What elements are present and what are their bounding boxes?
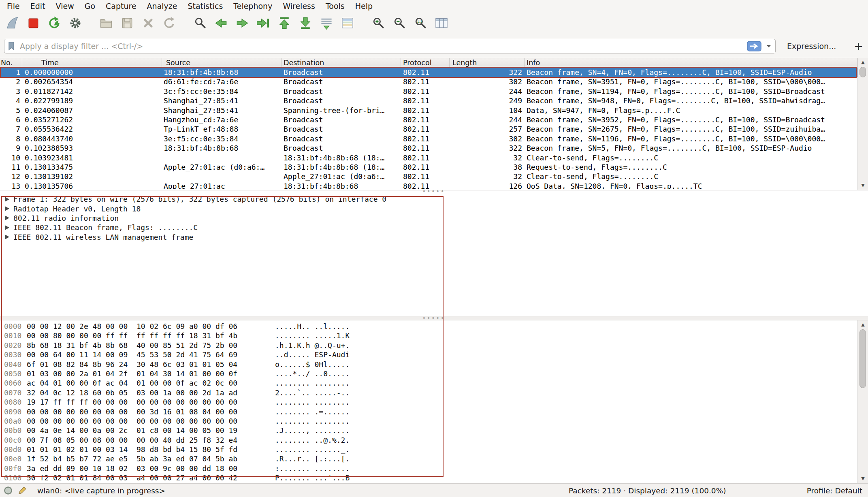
menu-edit[interactable]: Edit [25,1,51,11]
packet-row[interactable]: 40.022799189Shanghai_27:85:41Broadcast80… [0,96,857,105]
packet-list-header: No.TimeSourceDestinationProtocolLengthIn… [0,58,857,68]
packet-row[interactable]: 120.130139102Apple_27:01:ac (d0:a6:…802.… [0,172,857,181]
detail-line[interactable]: IEEE 802.11 wireless LAN management fram… [4,233,868,242]
scrollbar-thumb[interactable] [859,329,866,388]
column-header-protocol[interactable]: Protocol [401,58,450,67]
filter-apply-icon[interactable] [747,41,761,51]
detail-line[interactable]: IEEE 802.11 Beacon frame, Flags: .......… [4,223,868,232]
hex-row[interactable]: 00a000 00 00 00 00 00 00 00 00 00 00 00 … [0,416,868,426]
display-filter-input[interactable] [19,41,744,51]
scrollbar-thumb[interactable] [859,67,866,77]
pane-splitter-handle[interactable]: ••••• [418,316,450,320]
menu-view[interactable]: View [51,1,79,11]
profile-text[interactable]: Profile: Default [807,486,862,495]
hex-row[interactable]: 000000 00 12 00 2e 48 00 00 10 02 6c 09 … [0,322,868,331]
hex-row[interactable]: 00406f 01 08 82 84 8b 96 24 30 48 6c 03 … [0,360,868,369]
packet-row[interactable]: 90.10238859318:31:bf:4b:8b:68Broadcast80… [0,143,857,153]
hex-row[interactable]: 00e01f 52 b4 b5 b7 72 ae e5 5b ab 3a ed … [0,454,868,463]
menu-wireless[interactable]: Wireless [277,1,320,11]
expander-icon[interactable] [5,206,9,211]
zoom-in-button[interactable] [368,14,389,32]
packet-row[interactable]: 100.10392348118:31:bf:4b:8b:68 (18:…802.… [0,153,857,162]
menu-go[interactable]: Go [79,1,100,11]
menu-file[interactable]: File [2,1,25,11]
scroll-up-icon[interactable]: ▲ [858,321,868,328]
expander-icon[interactable] [5,235,9,239]
hex-pane-scrollbar[interactable]: ▲ ▼ [857,320,868,483]
capture-comment-icon[interactable] [17,485,28,496]
add-filter-button[interactable]: + [854,41,863,51]
packet-row[interactable]: 60.035271262Hangzhou_cd:7a:6eBroadcast80… [0,115,857,124]
menu-telephony[interactable]: Telephony [228,1,277,11]
hex-row[interactable]: 00b000 4a 0e 14 00 0a 00 2c 01 c8 00 14 … [0,426,868,435]
detail-line[interactable]: 802.11 radio information [4,213,868,223]
display-filter-box[interactable] [4,39,776,53]
zoom-original-button[interactable]: 1:1 [410,14,431,32]
hex-row[interactable]: 00208b 68 18 31 bf 4b 8b 68 40 00 85 51 … [0,341,868,350]
file-save-button[interactable] [117,14,138,32]
hex-row[interactable]: 001000 00 80 00 00 00 ff ff ff ff ff ff … [0,331,868,340]
find-packet-button[interactable] [190,14,211,32]
go-forward-button[interactable] [232,14,253,32]
packet-row[interactable]: 10.00000000018:31:bf:4b:8b:68Broadcast80… [0,68,857,77]
capture-start-button[interactable] [2,14,23,32]
resize-columns-button[interactable] [431,14,452,32]
go-first-button[interactable] [274,14,295,32]
filter-bookmark-icon[interactable] [8,41,15,51]
hex-row[interactable]: 00d001 01 01 02 01 00 03 14 98 d8 bd b4 … [0,445,868,454]
hex-row[interactable]: 003000 00 64 00 11 14 00 09 45 53 50 2d … [0,350,868,359]
menu-analyze[interactable]: Analyze [142,1,183,11]
expression-button[interactable]: Expression... [787,42,836,51]
hex-row[interactable]: 010050 f2 02 01 01 84 00 03 a4 00 00 27 … [0,473,868,482]
packet-row[interactable]: 50.024060087Shanghai_27:85:41Spanning-tr… [0,106,857,115]
capture-stop-button[interactable] [23,14,44,32]
detail-line[interactable]: Radiotap Header v0, Length 18 [4,204,868,213]
column-header-time[interactable]: Time [22,58,162,67]
hex-row[interactable]: 007032 04 0c 12 18 60 0b 05 03 00 1a 00 … [0,388,868,397]
packet-row[interactable]: 80.0804437403e:f5:cc:0e:35:84Broadcast80… [0,134,857,143]
auto-scroll-button[interactable] [316,14,337,32]
expander-icon[interactable] [5,225,9,230]
menu-help[interactable]: Help [350,1,378,11]
go-last-button[interactable] [295,14,316,32]
file-open-button[interactable] [96,14,117,32]
packet-row[interactable]: 110.130133475Apple_27:01:ac (d0:a6:…18:3… [0,162,857,172]
scroll-down-icon[interactable]: ▼ [858,475,868,482]
go-to-packet-button[interactable] [253,14,274,32]
hex-row[interactable]: 005001 03 00 00 2a 01 04 2f 01 04 30 14 … [0,369,868,378]
column-header-source[interactable]: Source [162,58,282,67]
expander-icon[interactable] [5,215,9,220]
file-close-button[interactable] [138,14,159,32]
menu-tools[interactable]: Tools [320,1,350,11]
hex-row[interactable]: 0060ac 04 01 00 00 0f ac 04 01 00 00 0f … [0,378,868,388]
column-header-length[interactable]: Length [450,58,525,67]
column-header-destination[interactable]: Destination [282,58,401,67]
scroll-up-icon[interactable]: ▲ [858,59,868,66]
scroll-down-icon[interactable]: ▼ [858,182,868,189]
capture-restart-button[interactable] [44,14,65,32]
expander-icon[interactable] [5,197,9,202]
capture-options-button[interactable] [65,14,86,32]
column-header-info[interactable]: Info [525,58,857,67]
menu-capture[interactable]: Capture [100,1,142,11]
go-back-button[interactable] [211,14,232,32]
column-header-no[interactable]: No. [0,58,22,67]
colorize-button[interactable] [337,14,358,32]
expert-info-icon[interactable] [3,486,13,495]
pane-splitter-handle[interactable]: ••••• [418,189,450,193]
hex-row[interactable]: 00f03a ed dd 09 00 10 18 02 03 00 9c 00 … [0,464,868,473]
reload-button[interactable] [159,14,180,32]
menu-statistics[interactable]: Statistics [182,1,228,11]
packet-list-scrollbar[interactable]: ▲ ▼ [857,58,868,190]
packet-row[interactable]: 30.0118271423c:f5:cc:0e:35:84Broadcast80… [0,87,857,96]
detail-line[interactable]: Frame 1: 322 bytes on wire (2576 bits), … [4,194,868,204]
hex-row[interactable]: 008019 17 ff ff ff 00 00 00 00 00 00 00 … [0,397,868,407]
zoom-out-button[interactable] [389,14,410,32]
filter-dropdown-caret-icon[interactable] [766,44,772,49]
packet-row[interactable]: 20.002654354d6:61:fe:cd:7a:6eBroadcast80… [0,77,857,86]
packet-row[interactable]: 70.055536422Tp-LinkT_ef:48:88Broadcast80… [0,124,857,134]
hex-row[interactable]: 009000 00 00 00 00 00 00 00 00 3d 16 01 … [0,407,868,416]
hex-offset: 0010 [4,331,21,340]
cell-info: Beacon frame, SN=5, FN=0, Flags=........… [525,143,857,153]
hex-row[interactable]: 00c000 7f 08 05 00 08 00 00 00 00 40 dd … [0,435,868,445]
